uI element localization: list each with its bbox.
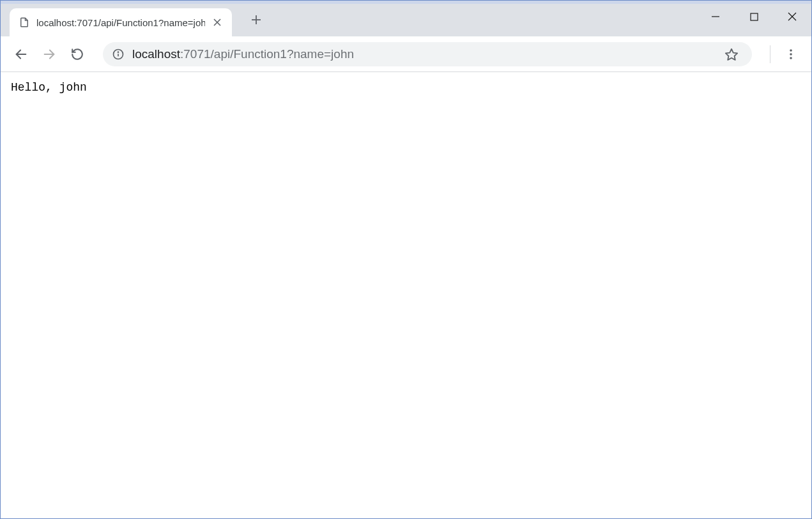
svg-point-15 [790, 53, 792, 56]
titlebar: localhost:7071/api/Function1?name=john [1, 1, 811, 36]
svg-rect-5 [751, 13, 758, 20]
svg-point-14 [790, 49, 792, 52]
url-path: :7071/api/Function1?name=john [180, 47, 354, 61]
document-icon [19, 17, 30, 28]
bookmark-button[interactable] [720, 43, 743, 66]
site-info-icon[interactable] [112, 48, 125, 61]
tab-title: localhost:7071/api/Function1?name=john [36, 17, 205, 28]
reload-button[interactable] [66, 43, 89, 66]
forward-button[interactable] [38, 43, 61, 66]
window-maximize-button[interactable] [735, 4, 773, 29]
url-text: localhost:7071/api/Function1?name=john [132, 47, 712, 61]
address-bar[interactable]: localhost:7071/api/Function1?name=john [103, 42, 752, 66]
back-button[interactable] [10, 43, 33, 66]
toolbar-separator [770, 45, 770, 63]
window-controls [696, 4, 811, 29]
browser-window: localhost:7071/api/Function1?name=john [0, 0, 812, 519]
svg-marker-13 [726, 49, 737, 59]
svg-point-16 [790, 57, 792, 59]
window-close-button[interactable] [773, 4, 811, 29]
menu-button[interactable] [779, 43, 802, 66]
window-minimize-button[interactable] [696, 4, 735, 29]
response-body: Hello, john [11, 81, 801, 94]
browser-tab[interactable]: localhost:7071/api/Function1?name=john [10, 8, 232, 36]
tab-close-button[interactable] [211, 17, 223, 28]
new-tab-button[interactable] [247, 11, 265, 29]
url-host: localhost [132, 47, 180, 61]
page-content: Hello, john [1, 72, 811, 518]
svg-point-12 [118, 52, 119, 52]
toolbar: localhost:7071/api/Function1?name=john [1, 36, 811, 72]
